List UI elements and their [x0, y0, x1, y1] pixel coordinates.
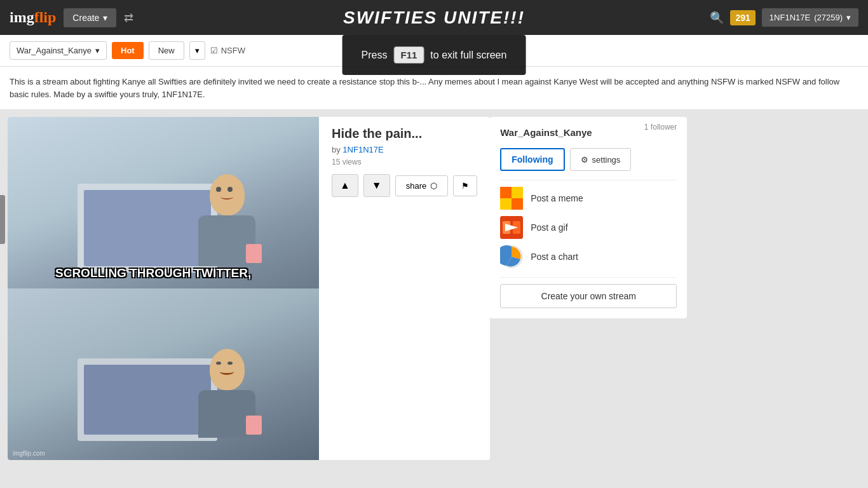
user-menu-button[interactable]: 1NF1N17E (27259) ▾	[762, 8, 858, 27]
post-title: Hide the pain...	[332, 126, 477, 141]
eye-left-2	[216, 362, 221, 365]
sidebar-stream-name: War_Against_Kanye	[500, 127, 592, 138]
eye-right	[227, 187, 233, 192]
eye-left	[216, 187, 221, 192]
stream-title: SWIFTIES UNITE!!!	[343, 8, 525, 28]
post-card-inner: SCROLLING THROUGH TWITTER,	[8, 117, 490, 460]
stream-title-text: SWIFTIES UNITE!!!	[343, 8, 525, 27]
post-gif-item[interactable]: Post a gif	[500, 216, 677, 239]
post-views: 15 views	[332, 158, 477, 166]
create-stream-button[interactable]: Create your own stream	[500, 284, 677, 308]
laptop-body-2	[78, 358, 217, 441]
new-button[interactable]: New	[149, 41, 184, 60]
sidebar-header: War_Against_Kanye 1 follower	[500, 127, 677, 139]
laptop-screen	[84, 190, 211, 266]
post-actions: Post a meme Post a gif	[500, 187, 677, 268]
following-button[interactable]: Following	[500, 148, 564, 171]
header: imgflip Create ▾ ⇄ SWIFTIES UNITE!!! 🔍 2…	[0, 0, 868, 35]
f11-key: F11	[393, 46, 424, 64]
share-button[interactable]: share ⬡	[395, 175, 449, 196]
person-mouth	[220, 194, 233, 200]
svg-rect-1	[512, 198, 523, 210]
vote-share-row: ▲ ▼ share ⬡ ⚑	[332, 174, 477, 197]
share-label: share	[406, 181, 427, 191]
shuffle-icon[interactable]: ⇄	[124, 11, 133, 25]
post-card: SCROLLING THROUGH TWITTER,	[8, 117, 490, 460]
laptop-screen-2	[84, 365, 211, 435]
user-points-label: (27259)	[814, 13, 843, 22]
harold-bottom-figure	[52, 295, 275, 454]
press-text: Press	[362, 50, 388, 61]
share-icon: ⬡	[430, 181, 437, 191]
sidebar: War_Against_Kanye 1 follower Following ⚙…	[490, 117, 687, 460]
sidebar-card: War_Against_Kanye 1 follower Following ⚙…	[490, 117, 687, 318]
nsfw-label: NSFW	[221, 46, 245, 55]
upvote-button[interactable]: ▲	[332, 174, 358, 197]
divider	[500, 180, 677, 180]
laptop-body	[78, 184, 217, 273]
svg-rect-2	[512, 187, 523, 198]
person-eyes-2	[210, 349, 245, 365]
search-icon[interactable]: 🔍	[710, 11, 724, 25]
person-figure-2	[198, 349, 255, 438]
logo-flip: flip	[34, 9, 57, 25]
logo-img: img	[10, 9, 34, 25]
username-label: 1NF1N17E	[770, 13, 810, 22]
post-chart-label: Post a chart	[531, 252, 578, 262]
mug	[246, 244, 262, 263]
person-head-2	[210, 349, 245, 390]
post-meme-item[interactable]: Post a meme	[500, 187, 677, 210]
eye-right-2	[227, 362, 233, 365]
person-figure	[198, 174, 255, 266]
stream-selector[interactable]: War_Against_Kanye ▾	[10, 41, 107, 60]
flag-button[interactable]: ⚑	[453, 175, 477, 196]
person-head	[210, 174, 245, 215]
create-label: Create	[72, 13, 99, 23]
header-right: 🔍 291 1NF1N17E (27259) ▾	[710, 8, 858, 27]
person-body	[198, 215, 255, 266]
downvote-button[interactable]: ▼	[363, 174, 390, 197]
person-body-2	[198, 390, 255, 438]
meme-top-panel: SCROLLING THROUGH TWITTER,	[8, 117, 319, 288]
logo[interactable]: imgflip	[10, 9, 56, 26]
meme-bottom-panel	[8, 288, 319, 460]
gif-icon	[500, 216, 523, 239]
svg-rect-0	[500, 187, 512, 198]
flag-icon: ⚑	[461, 181, 469, 191]
stream-description-text: This is a stream about fighting Kanye al…	[10, 77, 839, 99]
person-eyes	[210, 174, 245, 192]
main-layout: SCROLLING THROUGH TWITTER,	[0, 109, 868, 460]
settings-button[interactable]: ⚙ settings	[570, 148, 632, 171]
chart-icon	[500, 245, 523, 268]
stream-name-label: War_Against_Kanye	[17, 46, 92, 55]
settings-label: settings	[592, 155, 621, 165]
more-button[interactable]: ▾	[189, 41, 205, 60]
notification-badge[interactable]: 291	[730, 10, 755, 25]
create-chevron-icon: ▾	[103, 13, 107, 23]
stream-chevron-icon: ▾	[95, 46, 100, 55]
meme-caption-text: SCROLLING THROUGH TWITTER,	[55, 266, 251, 280]
hot-button[interactable]: Hot	[112, 42, 144, 59]
feedback-tab[interactable]: Feedback	[0, 195, 5, 244]
meme-image-container: SCROLLING THROUGH TWITTER,	[8, 117, 319, 460]
meme-icon	[500, 187, 523, 210]
user-chevron-icon: ▾	[846, 13, 851, 22]
post-meme-label: Post a meme	[531, 193, 583, 203]
harold-top-figure: SCROLLING THROUGH TWITTER,	[52, 120, 275, 285]
author-link[interactable]: 1NF1N17E	[342, 145, 383, 154]
create-button[interactable]: Create ▾	[64, 8, 116, 27]
post-info: Hide the pain... by 1NF1N17E 15 views ▲ …	[319, 117, 490, 460]
nsfw-checkbox-icon: ☑	[210, 46, 218, 55]
chart-icon-svg	[500, 245, 523, 268]
svg-rect-3	[500, 198, 512, 210]
person-smile-2	[220, 369, 234, 375]
sidebar-actions: Following ⚙ settings	[500, 148, 677, 171]
nsfw-filter[interactable]: ☑ NSFW	[210, 46, 245, 55]
follower-count: 1 follower	[644, 123, 677, 132]
fullscreen-overlay: Press F11 to exit full screen	[342, 35, 526, 75]
post-chart-item[interactable]: Post a chart	[500, 245, 677, 268]
exit-fullscreen-text: to exit full screen	[430, 50, 506, 61]
more-chevron-icon: ▾	[195, 46, 200, 55]
gif-icon-svg	[500, 216, 523, 239]
watermark: imgflip.com	[13, 450, 45, 457]
